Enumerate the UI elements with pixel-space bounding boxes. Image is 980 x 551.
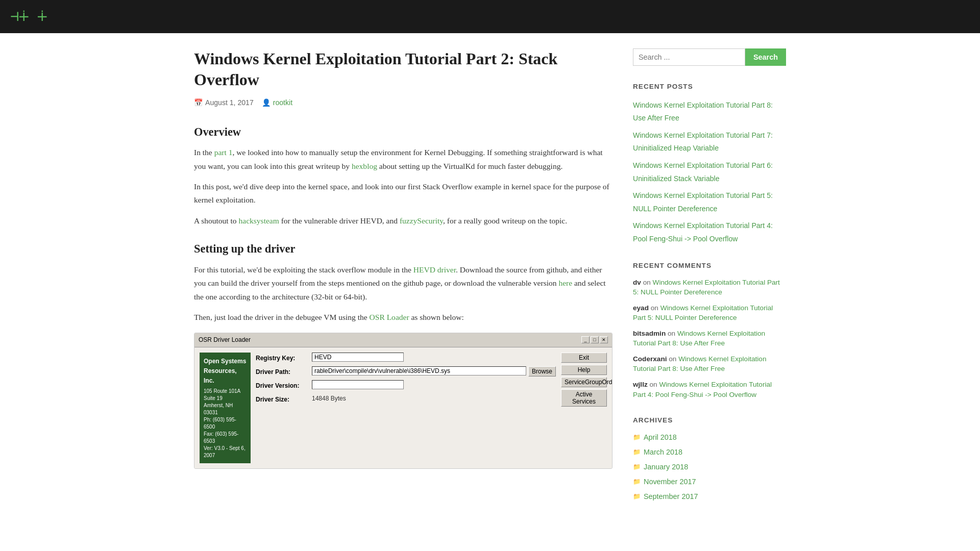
archive-link[interactable]: November 2017 xyxy=(644,476,696,488)
hexblog-link[interactable]: hexblog xyxy=(352,162,377,170)
recent-post-item: Windows Kernel Exploitation Tutorial Par… xyxy=(633,129,786,155)
screenshot-inner: Open Systems Resources, Inc. 105 Route 1… xyxy=(200,353,607,464)
comment-post-link[interactable]: Windows Kernel Exploitation Tutorial Par… xyxy=(633,279,780,296)
archive-link[interactable]: January 2018 xyxy=(644,461,688,473)
post-title: Windows Kernel Exploitation Tutorial Par… xyxy=(194,48,612,91)
main-content: Windows Kernel Exploitation Tutorial Par… xyxy=(194,48,612,518)
archives-title: ARCHIVES xyxy=(633,415,786,426)
recent-comment-item: Coderxani on Windows Kernel Exploitation… xyxy=(633,354,786,373)
sidebar-buttons: Exit Help ServiceGroupOrder Active Servi… xyxy=(561,353,607,407)
overview-p2: In this post, we'd dive deep into the ke… xyxy=(194,180,612,207)
recent-post-item: Windows Kernel Exploitation Tutorial Par… xyxy=(633,219,786,245)
driver-version-row: Driver Version: xyxy=(256,380,556,391)
help-button[interactable]: Help xyxy=(561,365,607,375)
registry-key-label: Registry Key: xyxy=(256,353,312,363)
service-group-button[interactable]: ServiceGroupOrder xyxy=(561,377,607,387)
comment-on: on xyxy=(651,304,658,312)
recent-post-link[interactable]: Windows Kernel Exploitation Tutorial Par… xyxy=(633,131,773,153)
sidebar: Search RECENT POSTS Windows Kernel Explo… xyxy=(633,48,786,518)
driver-path-input[interactable] xyxy=(312,366,526,375)
form-area: Exit Help ServiceGroupOrder Active Servi… xyxy=(256,353,607,464)
recent-post-link[interactable]: Windows Kernel Exploitation Tutorial Par… xyxy=(633,161,773,183)
setup-heading: Setting up the driver xyxy=(194,240,612,258)
recent-comment-item: bitsadmin on Windows Kernel Exploitation… xyxy=(633,329,786,348)
shoutout-p: A shoutout to hacksysteam for the vulner… xyxy=(194,214,612,228)
archive-item: 📁March 2018 xyxy=(633,446,786,458)
driver-version-label: Driver Version: xyxy=(256,380,312,391)
commenter-name: Coderxani xyxy=(633,355,667,363)
post-body: Overview In the part 1, we looked into h… xyxy=(194,123,612,469)
window-controls[interactable]: _ □ ✕ xyxy=(581,336,608,343)
recent-comment-item: wjllz on Windows Kernel Exploitation Tut… xyxy=(633,380,786,399)
overview-heading: Overview xyxy=(194,123,612,141)
comment-on: on xyxy=(669,355,676,363)
exit-button[interactable]: Exit xyxy=(561,353,607,363)
registry-key-input[interactable] xyxy=(312,353,404,362)
folder-icon: 📁 xyxy=(633,447,641,458)
comment-on: on xyxy=(668,330,675,337)
close-btn[interactable]: ✕ xyxy=(600,336,608,343)
here-link[interactable]: here xyxy=(558,279,572,287)
recent-comment-item: eyad on Windows Kernel Exploitation Tuto… xyxy=(633,303,786,322)
commenter-name: eyad xyxy=(633,304,649,312)
minimize-btn[interactable]: _ xyxy=(581,336,590,343)
recent-comments-list: dv on Windows Kernel Exploitation Tutori… xyxy=(633,278,786,399)
archive-item: 📁April 2018 xyxy=(633,432,786,443)
registry-key-row: Registry Key: xyxy=(256,353,556,363)
archives-list: 📁April 2018📁March 2018📁January 2018📁Nove… xyxy=(633,432,786,503)
recent-post-item: Windows Kernel Exploitation Tutorial Par… xyxy=(633,189,786,215)
driver-size-label: Driver Size: xyxy=(256,394,312,405)
folder-icon: 📁 xyxy=(633,492,641,502)
setup-p2: Then, just load the driver in the debuge… xyxy=(194,311,612,324)
author-link[interactable]: rootkit xyxy=(273,97,292,109)
browse-button[interactable]: Browse xyxy=(528,366,556,377)
search-form: Search xyxy=(633,48,786,66)
folder-icon: 📁 xyxy=(633,433,641,443)
archives-widget: ARCHIVES 📁April 2018📁March 2018📁January … xyxy=(633,415,786,503)
recent-comment-item: dv on Windows Kernel Exploitation Tutori… xyxy=(633,278,786,297)
logo-icon: ⊣∔ ∔ xyxy=(10,5,47,28)
active-services-button[interactable]: Active Services xyxy=(561,389,607,407)
fuzzysecurity-link[interactable]: fuzzySecurity xyxy=(400,216,443,225)
recent-comments-title: RECENT COMMENTS xyxy=(633,260,786,271)
commenter-name: wjllz xyxy=(633,381,648,388)
driver-path-label: Driver Path: xyxy=(256,366,312,377)
commenter-name: bitsadmin xyxy=(633,330,666,337)
folder-icon: 📁 xyxy=(633,477,641,487)
comment-on: on xyxy=(649,381,657,388)
screenshot-title: OSR Driver Loader xyxy=(199,335,251,345)
recent-post-item: Windows Kernel Exploitation Tutorial Par… xyxy=(633,98,786,124)
archive-link[interactable]: March 2018 xyxy=(644,446,682,458)
company-address: 105 Route 101A Suite 19 Amherst, NH 0303… xyxy=(204,388,247,459)
driver-version-input[interactable] xyxy=(312,380,404,389)
page-wrapper: Windows Kernel Exploitation Tutorial Par… xyxy=(184,33,796,534)
hevd-driver-link[interactable]: HEVD driver xyxy=(413,265,456,274)
part1-link[interactable]: part 1 xyxy=(214,148,233,157)
driver-size-value: 14848 Bytes xyxy=(312,394,556,404)
search-button[interactable]: Search xyxy=(745,48,786,66)
search-input[interactable] xyxy=(633,48,745,66)
comment-on: on xyxy=(643,279,651,286)
driver-path-row: Driver Path: Browse xyxy=(256,366,556,377)
post-meta: 📅 August 1, 2017 👤 rootkit xyxy=(194,97,612,109)
archive-item: 📁November 2017 xyxy=(633,476,786,488)
recent-post-link[interactable]: Windows Kernel Exploitation Tutorial Par… xyxy=(633,221,773,243)
osr-screenshot: OSR Driver Loader _ □ ✕ Open Systems Res… xyxy=(194,333,612,469)
recent-post-link[interactable]: Windows Kernel Exploitation Tutorial Par… xyxy=(633,191,773,213)
screenshot-body: Open Systems Resources, Inc. 105 Route 1… xyxy=(194,347,612,469)
recent-post-link[interactable]: Windows Kernel Exploitation Tutorial Par… xyxy=(633,101,773,122)
site-logo[interactable]: ⊣∔ ∔ xyxy=(10,5,47,28)
recent-post-item: Windows Kernel Exploitation Tutorial Par… xyxy=(633,159,786,185)
archive-link[interactable]: September 2017 xyxy=(644,491,698,503)
maximize-btn[interactable]: □ xyxy=(591,336,599,343)
recent-comments-widget: RECENT COMMENTS dv on Windows Kernel Exp… xyxy=(633,260,786,399)
calendar-icon: 📅 xyxy=(194,97,203,109)
recent-posts-widget: RECENT POSTS Windows Kernel Exploitation… xyxy=(633,81,786,245)
archive-item: 📁January 2018 xyxy=(633,461,786,473)
hacksysteam-link[interactable]: hacksysteam xyxy=(239,216,279,225)
driver-size-row: Driver Size: 14848 Bytes xyxy=(256,394,556,405)
archive-item: 📁September 2017 xyxy=(633,491,786,503)
osr-loader-link[interactable]: OSR Loader xyxy=(370,313,409,321)
recent-posts-list: Windows Kernel Exploitation Tutorial Par… xyxy=(633,98,786,245)
archive-link[interactable]: April 2018 xyxy=(644,432,677,443)
